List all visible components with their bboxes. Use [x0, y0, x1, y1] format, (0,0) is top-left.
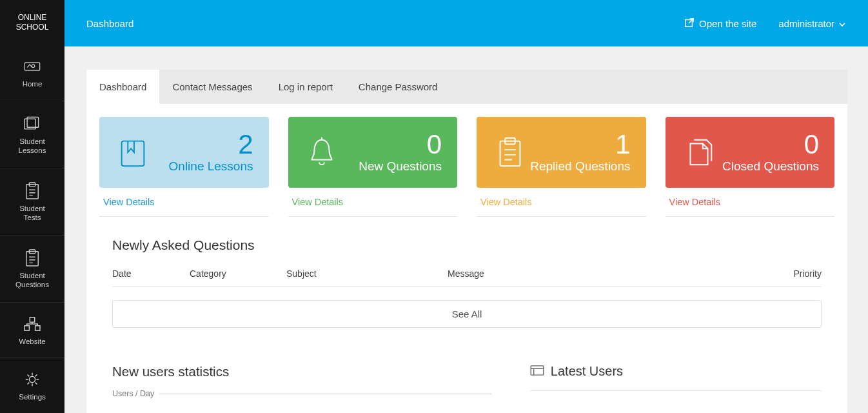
external-link-icon	[684, 17, 695, 30]
sidebar-item-questions[interactable]: Student Questions	[0, 235, 64, 302]
stats-subtitle: Users / Day	[112, 389, 159, 398]
clipboard-icon	[492, 134, 528, 170]
user-name: administrator	[778, 18, 834, 29]
tab-dashboard[interactable]: Dashboard	[86, 70, 159, 104]
chevron-down-icon	[838, 18, 846, 29]
latest-users: Latest Users	[530, 364, 822, 408]
sidebar-nav: Home Student Lessons	[0, 45, 64, 413]
home-icon	[23, 57, 41, 76]
svg-rect-12	[122, 141, 144, 166]
card-label: Closed Questions	[722, 159, 819, 174]
sidebar-item-label: Student Tests	[19, 204, 45, 222]
tab-contact-messages[interactable]: Contact Messages	[159, 70, 265, 104]
user-menu[interactable]: administrator	[778, 18, 846, 29]
latest-users-title: Latest Users	[551, 364, 623, 379]
questions-table-header: Date Category Subject Message Priority	[112, 268, 822, 287]
latest-users-icon	[530, 364, 544, 379]
card-value: 2	[238, 131, 253, 158]
tabs: Dashboard Contact Messages Log in report…	[86, 70, 847, 104]
svg-rect-8	[25, 325, 29, 330]
svg-rect-7	[30, 317, 34, 321]
card-closed-questions: 0 Closed Questions	[666, 117, 835, 188]
stats-title: New users statistics	[112, 364, 491, 379]
sidebar-item-website[interactable]: Website	[0, 302, 64, 358]
sidebar: ONLINE SCHOOL Home Stud	[0, 0, 64, 413]
view-details-new-questions[interactable]: View Details	[288, 188, 458, 217]
sidebar-item-label: Settings	[19, 392, 46, 401]
new-users-statistics: New users statistics Users / Day	[112, 364, 491, 408]
view-details-closed-questions[interactable]: View Details	[666, 188, 835, 217]
divider	[530, 390, 822, 391]
questions-icon	[23, 249, 41, 267]
bell-icon	[304, 134, 340, 170]
col-date: Date	[112, 268, 190, 279]
website-icon	[23, 315, 41, 333]
svg-rect-9	[35, 325, 40, 330]
col-message: Message	[448, 268, 764, 279]
sidebar-item-lessons[interactable]: Student Lessons	[0, 101, 64, 168]
sidebar-item-label: Student Questions	[15, 271, 49, 289]
col-subject: Subject	[286, 268, 448, 279]
page-title: Dashboard	[86, 18, 133, 29]
tab-change-password[interactable]: Change Password	[346, 70, 451, 104]
lessons-icon	[23, 115, 41, 133]
sidebar-item-home[interactable]: Home	[0, 45, 64, 101]
col-priority: Priority	[764, 268, 822, 279]
svg-rect-15	[531, 366, 544, 375]
section-title: Newly Asked Questions	[112, 237, 822, 253]
col-category: Category	[190, 268, 286, 279]
view-details-online-lessons[interactable]: View Details	[99, 188, 269, 217]
stat-cards: 2 Online Lessons View Details	[86, 104, 847, 217]
sidebar-item-label: Home	[23, 79, 43, 88]
tab-login-report[interactable]: Log in report	[266, 70, 346, 104]
newly-asked-questions: Newly Asked Questions Date Category Subj…	[86, 217, 847, 341]
svg-point-10	[29, 376, 35, 382]
sidebar-item-settings[interactable]: Settings	[0, 358, 64, 413]
card-value: 1	[615, 131, 630, 158]
sidebar-item-tests[interactable]: Student Tests	[0, 168, 64, 235]
open-site-link[interactable]: Open the site	[684, 17, 756, 30]
card-value: 0	[427, 131, 442, 158]
card-label: Replied Questions	[530, 159, 630, 174]
sidebar-item-label: Website	[19, 337, 45, 346]
card-label: New Questions	[359, 159, 442, 174]
brand-logo: ONLINE SCHOOL	[0, 0, 64, 45]
card-value: 0	[804, 131, 819, 158]
view-details-replied-questions[interactable]: View Details	[477, 188, 646, 217]
topbar: Dashboard Open the site administrator	[64, 0, 868, 46]
card-online-lessons: 2 Online Lessons	[99, 117, 269, 188]
book-icon	[115, 134, 151, 170]
card-new-questions: 0 New Questions	[288, 117, 458, 188]
card-replied-questions: 1 Replied Questions	[477, 117, 646, 188]
settings-icon	[23, 370, 41, 388]
files-icon	[681, 134, 717, 170]
card-label: Online Lessons	[169, 159, 253, 174]
see-all-questions[interactable]: See All	[112, 300, 822, 328]
svg-rect-13	[500, 141, 520, 166]
open-site-label: Open the site	[699, 18, 756, 29]
sidebar-item-label: Student Lessons	[19, 137, 46, 155]
tests-icon	[23, 182, 41, 200]
